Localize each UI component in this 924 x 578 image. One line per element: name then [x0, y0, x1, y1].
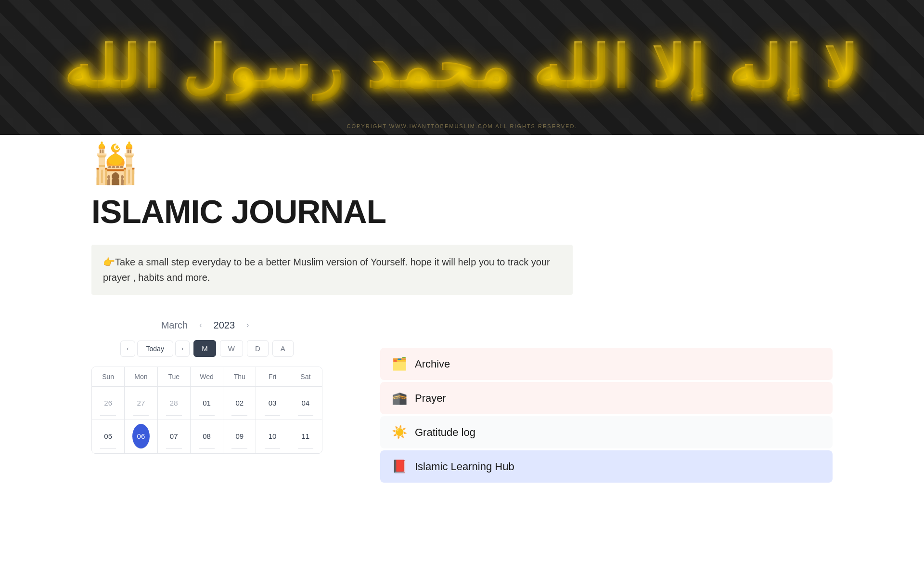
header-banner: لا إله إلا الله محمد رسول الله COPYRIGHT…	[0, 0, 924, 135]
nav-prev-button[interactable]: ‹	[120, 341, 135, 357]
subtitle-emoji: 👉	[103, 257, 115, 267]
cal-day-05: 05	[100, 424, 116, 449]
cal-day-06-today: 06	[132, 424, 150, 449]
view-agenda-button[interactable]: A	[272, 340, 294, 357]
cal-day-01: 01	[199, 391, 215, 416]
nav-arrow-group: ‹ Today ›	[120, 341, 190, 357]
calendar-month: March	[161, 320, 188, 331]
main-content: ISLAMIC JOURNAL 👉Take a small step every…	[0, 183, 924, 513]
menu-item-prayer[interactable]: 🕋 Prayer	[380, 382, 833, 414]
learning-icon: 📕	[392, 459, 407, 474]
day-header-sat: Sat	[289, 367, 322, 387]
menu-section: 🗂️ Archive 🕋 Prayer ☀️ Gratitude log 📕 I…	[380, 319, 833, 485]
learning-label: Islamic Learning Hub	[415, 460, 514, 473]
subtitle-text: 👉Take a small step everyday to be a bett…	[103, 254, 561, 285]
table-row[interactable]: 01	[191, 387, 223, 420]
calendar-section: March ‹ 2023 › ‹ Today › M W D A	[91, 319, 322, 454]
day-header-wed: Wed	[191, 367, 223, 387]
cal-day-28-other: 28	[166, 391, 182, 416]
day-header-mon: Mon	[125, 367, 157, 387]
prayer-label: Prayer	[415, 392, 446, 405]
gratitude-label: Gratitude log	[415, 426, 475, 439]
menu-item-gratitude[interactable]: ☀️ Gratitude log	[380, 416, 833, 448]
table-row[interactable]: 09	[223, 420, 256, 453]
page-title: ISLAMIC JOURNAL	[91, 193, 833, 230]
table-row[interactable]: 02	[223, 387, 256, 420]
today-button[interactable]: Today	[137, 341, 173, 357]
mosque-emoji: 🕌	[91, 144, 833, 183]
menu-item-archive[interactable]: 🗂️ Archive	[380, 348, 833, 380]
table-row[interactable]: 07	[158, 420, 191, 453]
menu-item-islamic-learning[interactable]: 📕 Islamic Learning Hub	[380, 450, 833, 483]
table-row[interactable]: 26	[92, 387, 125, 420]
view-day-button[interactable]: D	[247, 340, 269, 357]
cal-day-08: 08	[199, 424, 215, 449]
table-row[interactable]: 11	[289, 420, 322, 453]
nav-next-button[interactable]: ›	[175, 341, 190, 357]
view-toggles: ‹ Today › M W D A	[91, 340, 322, 357]
archive-icon: 🗂️	[392, 356, 407, 371]
cal-day-04: 04	[298, 391, 314, 416]
cal-day-27-other: 27	[133, 391, 149, 416]
cal-day-07: 07	[166, 424, 182, 449]
day-header-sun: Sun	[92, 367, 125, 387]
day-header-fri: Fri	[256, 367, 289, 387]
table-row[interactable]: 08	[191, 420, 223, 453]
cal-day-26-other: 26	[100, 391, 116, 416]
calendar-week-1: 26 27 28 01 02 03 04	[92, 387, 322, 420]
subtitle-box: 👉Take a small step everyday to be a bett…	[91, 245, 573, 295]
calendar-year: 2023	[214, 320, 235, 331]
gratitude-icon: ☀️	[392, 425, 407, 440]
table-row[interactable]: 10	[256, 420, 289, 453]
cal-day-02: 02	[231, 391, 247, 416]
cal-day-09: 09	[231, 424, 247, 449]
cal-day-11: 11	[298, 424, 314, 449]
table-row[interactable]: 03	[256, 387, 289, 420]
prayer-icon: 🕋	[392, 391, 407, 406]
calendar-next-arrow[interactable]: ›	[243, 319, 253, 331]
table-row[interactable]: 04	[289, 387, 322, 420]
table-row[interactable]: 28	[158, 387, 191, 420]
archive-label: Archive	[415, 358, 450, 370]
calendar-prev-arrow[interactable]: ‹	[195, 319, 205, 331]
calendar-grid: Sun Mon Tue Wed Thu Fri Sat 26 27 28 01 …	[91, 367, 322, 454]
copyright-text: COPYRIGHT WWW.IWANTTOBEMUSLIM.COM ALL RI…	[347, 123, 578, 129]
table-row[interactable]: 05	[92, 420, 125, 453]
mosque-section: 🕌	[0, 135, 924, 183]
table-row[interactable]: 27	[125, 387, 157, 420]
subtitle-body: Take a small step everyday to be a bette…	[103, 257, 550, 283]
day-header-thu: Thu	[223, 367, 256, 387]
calendar-week-2: 05 06 07 08 09 10 11	[92, 420, 322, 453]
day-header-tue: Tue	[158, 367, 191, 387]
calendar-header-row: Sun Mon Tue Wed Thu Fri Sat	[92, 367, 322, 387]
two-column-layout: March ‹ 2023 › ‹ Today › M W D A	[91, 319, 833, 485]
view-month-button[interactable]: M	[193, 340, 216, 357]
table-row[interactable]: 06	[125, 420, 157, 453]
calendar-nav: March ‹ 2023 ›	[91, 319, 322, 331]
cal-day-10: 10	[265, 424, 281, 449]
view-week-button[interactable]: W	[220, 340, 243, 357]
cal-day-03: 03	[265, 391, 281, 416]
calligraphy-display: لا إله إلا الله محمد رسول الله	[64, 34, 860, 101]
